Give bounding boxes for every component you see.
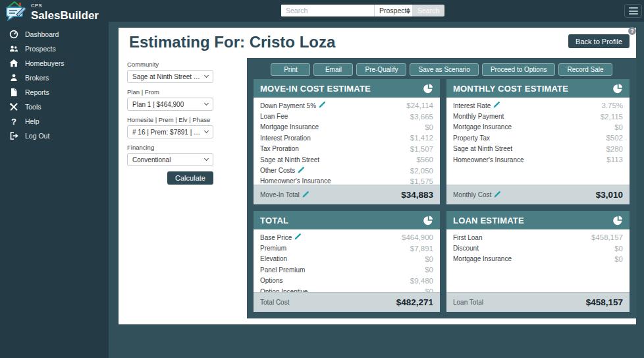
- homesite-select[interactable]: # 16 | Prem: $7891 | Phase: 3: [127, 125, 213, 138]
- search-type-value: Prospect: [379, 7, 406, 15]
- menu-hamburger-icon[interactable]: [624, 4, 642, 18]
- pie-chart-icon[interactable]: [423, 84, 433, 94]
- pie-chart-icon[interactable]: [613, 216, 623, 225]
- edit-pencil-icon[interactable]: [298, 166, 305, 173]
- sidebar-item-tools[interactable]: Tools: [0, 100, 109, 114]
- search-type-select[interactable]: Prospect: [374, 5, 412, 16]
- row-label: Premium: [260, 245, 286, 252]
- sidebar-item-reports[interactable]: Reports: [0, 85, 109, 100]
- loan-total-value: $458,157: [586, 297, 623, 307]
- plan-select[interactable]: Plan 1 | $464,900: [127, 98, 213, 111]
- estimate-row: Base Price $464,900: [260, 232, 433, 243]
- estimate-row: Mortgage Insurance $0: [453, 254, 623, 264]
- total-card-title: TOTAL: [260, 216, 288, 225]
- edit-pencil-icon[interactable]: [493, 101, 500, 108]
- search-button[interactable]: Search: [412, 5, 444, 16]
- total-card: TOTAL Base Price $464,900 Premium $7,891…: [254, 211, 440, 312]
- row-label: Discount: [453, 245, 479, 252]
- row-value: $113: [606, 156, 623, 164]
- move-in-total-value: $34,883: [401, 190, 433, 200]
- row-value: $0: [614, 255, 623, 263]
- row-label: Homeowner's Insurance: [453, 156, 524, 164]
- prequalify-button[interactable]: Pre-Qualify: [356, 63, 406, 76]
- community-select[interactable]: Sage at Ninth Street QA: [127, 70, 213, 83]
- row-value: $280: [606, 145, 623, 153]
- proceed-to-options-button[interactable]: Proceed to Options: [482, 63, 556, 76]
- estimate-toolbar: Print Email Pre-Qualify Save as Scenario…: [247, 63, 636, 76]
- estimate-row: Interest Rate 3.75%: [453, 100, 623, 111]
- row-value: $464,900: [402, 233, 433, 241]
- calculate-button[interactable]: Calculate: [167, 171, 213, 185]
- sidebar-item-brokers[interactable]: Brokers: [0, 71, 109, 85]
- row-label: Mortgage Insurance: [260, 123, 319, 131]
- logout-icon: [9, 131, 18, 141]
- community-label: Community: [127, 61, 213, 68]
- row-label: Monthly Payment: [453, 113, 504, 120]
- row-value: $1,507: [410, 145, 433, 153]
- row-value: $7,891: [410, 245, 433, 253]
- pie-chart-icon[interactable]: [613, 84, 623, 94]
- financing-label: Financing: [127, 144, 213, 151]
- select-arrows-icon: [406, 8, 410, 14]
- estimate-row: Homeowner's Insurance $1,575: [260, 176, 433, 185]
- estimate-row: Homeowner's Insurance $113: [453, 154, 623, 165]
- row-label: Elevation: [260, 255, 287, 262]
- estimate-row: Mortgage Insurance $0: [260, 122, 433, 133]
- row-label: First Loan: [453, 234, 482, 241]
- sidebar-item-label: Reports: [25, 88, 49, 96]
- edit-pencil-icon[interactable]: [302, 191, 309, 198]
- logo-cps-text: CPS: [31, 3, 99, 9]
- estimate-row: Down Payment 5% $24,114: [260, 100, 433, 111]
- sidebar-item-help[interactable]: ? Help: [0, 114, 109, 129]
- record-sale-button[interactable]: Record Sale: [558, 63, 612, 76]
- homesite-label: Homesite | Prem | Elv | Phase: [127, 116, 213, 123]
- back-to-profile-button[interactable]: Back to Profile: [568, 34, 630, 48]
- logo-icon: [5, 1, 28, 24]
- edit-pencil-icon[interactable]: [494, 191, 501, 198]
- move-in-cost-card: MOVE-IN COST ESTIMATE Down Payment 5% $2…: [254, 79, 440, 204]
- sidebar-item-label: Prospects: [25, 45, 56, 53]
- loan-total-label: Loan Total: [453, 299, 483, 306]
- search-input[interactable]: [281, 5, 374, 16]
- estimate-row: Discount $0: [453, 243, 623, 253]
- row-value: 3.75%: [601, 102, 623, 109]
- main-content-card: Estimating For: Cristo Loza Back to Prof…: [119, 28, 636, 324]
- email-button[interactable]: Email: [313, 63, 353, 76]
- pie-chart-icon[interactable]: [423, 216, 433, 225]
- row-label: Tax Proration: [260, 145, 299, 152]
- sidebar-item-dashboard[interactable]: Dashboard: [0, 27, 109, 42]
- app-logo[interactable]: CPS SalesBuilder: [5, 1, 99, 24]
- tools-icon: [9, 102, 18, 112]
- row-value: $502: [606, 134, 623, 142]
- estimate-row: Premium $7,891: [260, 243, 433, 253]
- estimate-row: Tax Proration $1,507: [260, 144, 433, 154]
- save-as-scenario-button[interactable]: Save as Scenario: [410, 63, 478, 76]
- sidebar-item-label: Dashboard: [25, 30, 59, 38]
- row-value: $3,665: [410, 113, 433, 121]
- row-label: Property Tax: [453, 134, 490, 142]
- row-value: $560: [416, 156, 433, 164]
- move-in-card-title: MOVE-IN COST ESTIMATE: [260, 84, 371, 94]
- row-value: $2,115: [601, 113, 623, 121]
- question-icon: ?: [9, 117, 18, 127]
- row-value: $24,114: [406, 102, 433, 109]
- row-label: Interest Rate: [453, 102, 491, 109]
- monthly-cost-card: MONTHLY COST ESTIMATE Interest Rate 3.75…: [446, 79, 630, 204]
- search-bar: Prospect Search: [281, 5, 444, 16]
- help-badge[interactable]: ?: [628, 27, 636, 35]
- sidebar-item-logout[interactable]: Log Out: [0, 129, 109, 143]
- document-icon: [9, 88, 18, 98]
- house-icon: [9, 59, 18, 69]
- row-value: $1,575: [410, 177, 433, 185]
- row-label: Base Price: [260, 234, 292, 241]
- print-button[interactable]: Print: [271, 63, 310, 76]
- edit-pencil-icon[interactable]: [319, 101, 326, 108]
- sidebar-item-homebuyers[interactable]: Homebuyers: [0, 56, 109, 71]
- svg-text:?: ?: [11, 117, 16, 126]
- financing-select[interactable]: Conventional: [127, 153, 213, 166]
- sidebar-item-prospects[interactable]: Prospects: [0, 42, 109, 56]
- edit-pencil-icon[interactable]: [294, 233, 302, 240]
- row-label: Homeowner's Insurance: [260, 177, 331, 185]
- sidebar-item-label: Tools: [25, 103, 41, 111]
- loan-card-title: LOAN ESTIMATE: [453, 216, 524, 225]
